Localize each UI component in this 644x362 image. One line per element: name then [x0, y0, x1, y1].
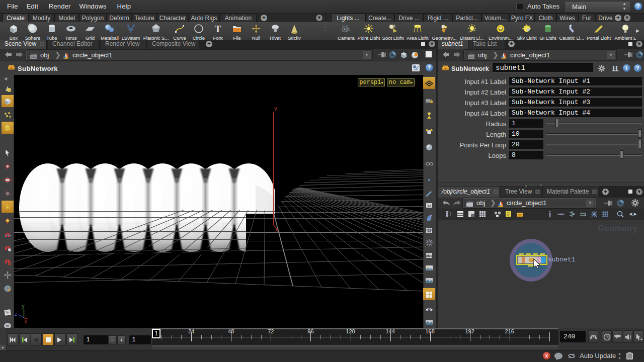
- svg-text:abc: abc: [426, 254, 432, 257]
- svg-text:z: z: [15, 312, 18, 317]
- svg-text:x: x: [275, 228, 278, 233]
- svg-text:y: y: [22, 304, 25, 309]
- svg-text:12: 12: [427, 203, 432, 208]
- svg-text:H: H: [612, 65, 618, 72]
- svg-text:T: T: [215, 24, 221, 34]
- svg-text:y: y: [274, 106, 277, 112]
- svg-text:x: x: [24, 319, 27, 325]
- svg-text:12: 12: [427, 229, 431, 232]
